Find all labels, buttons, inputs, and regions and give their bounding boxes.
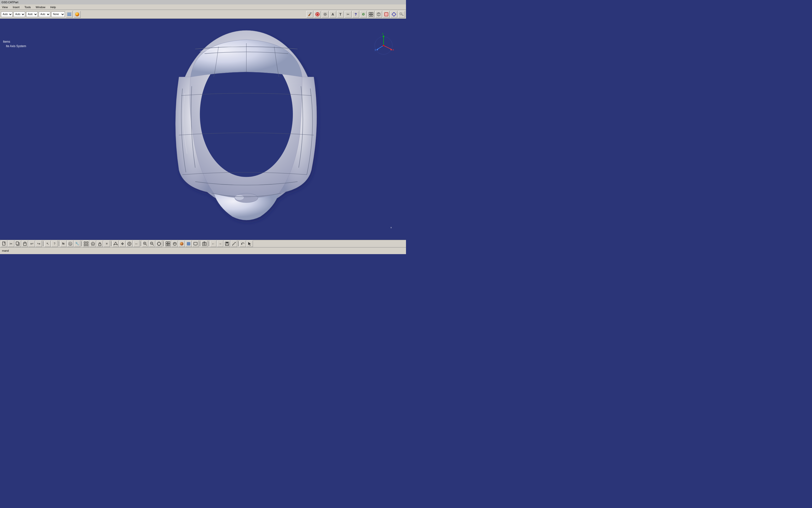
- svg-rect-44: [16, 242, 18, 245]
- bt-render[interactable]: [192, 241, 199, 247]
- bt-zoom-in[interactable]: [142, 241, 148, 247]
- bt-menu2[interactable]: ≡: [103, 241, 110, 247]
- select-autc1[interactable]: Autc: [26, 12, 38, 17]
- rt-key[interactable]: [398, 11, 405, 18]
- svg-line-65: [153, 244, 154, 246]
- svg-rect-85: [194, 242, 197, 245]
- svg-rect-51: [84, 244, 86, 246]
- bt-sphere2[interactable]: [179, 241, 185, 247]
- bt-lock[interactable]: [97, 241, 103, 247]
- bt-save[interactable]: [224, 241, 230, 247]
- svg-rect-15: [371, 12, 373, 14]
- svg-rect-16: [369, 14, 371, 16]
- bt-new[interactable]: [1, 241, 7, 247]
- toolbar-icon-sphere[interactable]: [74, 11, 81, 18]
- bt-zoom-out[interactable]: [149, 241, 155, 247]
- bt-shade[interactable]: [185, 241, 192, 247]
- menu-tools[interactable]: Tools: [23, 5, 32, 9]
- svg-line-61: [146, 244, 147, 246]
- select-auto1[interactable]: Auto: [1, 12, 12, 17]
- sep6: [163, 241, 164, 246]
- bt-next[interactable]: →: [217, 241, 223, 247]
- sep7: [200, 241, 200, 246]
- status-text: mand: [2, 249, 9, 252]
- sep4: [111, 241, 111, 246]
- axis-indicator-svg: z x y: [375, 32, 394, 54]
- svg-rect-50: [87, 242, 88, 243]
- svg-rect-86: [195, 245, 196, 246]
- rt-target[interactable]: [314, 11, 321, 18]
- bt-move[interactable]: ✥: [119, 241, 126, 247]
- bt-copy[interactable]: [15, 241, 21, 247]
- viewport-3d[interactable]: Items Ite Axis System: [0, 19, 406, 240]
- bt-undo2[interactable]: [240, 241, 246, 247]
- svg-point-80: [180, 242, 183, 246]
- rt-diamond[interactable]: [390, 11, 397, 18]
- rt-hammer[interactable]: [306, 11, 313, 18]
- bt-wrench[interactable]: 🔧: [74, 241, 80, 247]
- menu-help[interactable]: Help: [49, 5, 57, 9]
- rt-text-t[interactable]: T: [337, 11, 344, 18]
- sep2: [59, 241, 59, 246]
- bt-formula[interactable]: fx: [60, 241, 66, 247]
- svg-point-12: [324, 13, 326, 15]
- rt-scissors[interactable]: ✂: [345, 11, 351, 18]
- bt-cursor[interactable]: [246, 241, 253, 247]
- bt-redo[interactable]: ↪: [36, 241, 42, 247]
- bt-box3d[interactable]: [172, 241, 178, 247]
- bt-measure[interactable]: [231, 241, 237, 247]
- bt-help2[interactable]: ?: [51, 241, 58, 247]
- svg-point-30: [235, 195, 244, 200]
- bt-multiview[interactable]: [165, 241, 171, 247]
- bt-prev[interactable]: ←: [210, 241, 217, 247]
- rt-help[interactable]: ?: [352, 11, 359, 18]
- sep5: [141, 241, 141, 246]
- bt-formula2[interactable]: f(): [67, 241, 74, 247]
- svg-rect-22: [385, 13, 387, 15]
- 3d-model-render: z x y x: [0, 19, 406, 240]
- svg-point-3: [75, 12, 79, 16]
- svg-rect-91: [226, 242, 228, 243]
- toolbar-icon-lines[interactable]: [66, 11, 73, 18]
- svg-rect-52: [87, 244, 88, 246]
- svg-rect-73: [168, 242, 170, 244]
- bt-cut[interactable]: ✂: [8, 241, 14, 247]
- svg-rect-75: [168, 244, 170, 246]
- rt-grid3d[interactable]: [368, 11, 375, 18]
- svg-rect-92: [226, 244, 228, 246]
- bt-fly[interactable]: [112, 241, 119, 247]
- svg-marker-98: [248, 242, 251, 246]
- svg-rect-55: [99, 244, 101, 246]
- bt-pan[interactable]: ↔: [133, 241, 140, 247]
- rt-box1[interactable]: [375, 11, 382, 18]
- svg-point-54: [92, 244, 93, 245]
- bt-snap[interactable]: [90, 241, 96, 247]
- svg-text:z: z: [382, 32, 383, 35]
- select-none[interactable]: None: [51, 12, 65, 17]
- rt-text-a[interactable]: A: [329, 11, 336, 18]
- bt-select[interactable]: ↖: [44, 241, 51, 247]
- rt-g-icon[interactable]: G: [360, 11, 367, 18]
- menu-window[interactable]: Window: [35, 5, 46, 9]
- rt-gear[interactable]: [322, 11, 329, 18]
- bt-grid[interactable]: [83, 241, 89, 247]
- svg-text:f(): f(): [69, 243, 71, 245]
- select-auto2[interactable]: Auto: [13, 12, 25, 17]
- svg-rect-46: [24, 242, 26, 243]
- bottom-toolbar-row1: ✂ ↩ ↪ ↖ ? fx f() 🔧 ≡ ✥: [0, 240, 406, 248]
- bt-paste[interactable]: [22, 241, 28, 247]
- svg-point-88: [204, 243, 205, 245]
- bt-center[interactable]: [126, 241, 133, 247]
- select-autc2[interactable]: Autc: [39, 12, 50, 17]
- svg-rect-87: [202, 243, 206, 246]
- svg-point-13: [324, 13, 327, 16]
- bt-undo[interactable]: ↩: [29, 241, 35, 247]
- svg-marker-33: [383, 35, 385, 37]
- bt-capture[interactable]: [201, 241, 207, 247]
- menu-view[interactable]: View: [1, 5, 9, 9]
- menu-insert[interactable]: Insert: [12, 5, 21, 9]
- svg-point-7: [317, 13, 318, 15]
- bottom-toolbar: ✂ ↩ ↪ ↖ ? fx f() 🔧 ≡ ✥: [0, 240, 406, 254]
- rt-box2[interactable]: [383, 11, 390, 18]
- bt-target2[interactable]: [156, 241, 162, 247]
